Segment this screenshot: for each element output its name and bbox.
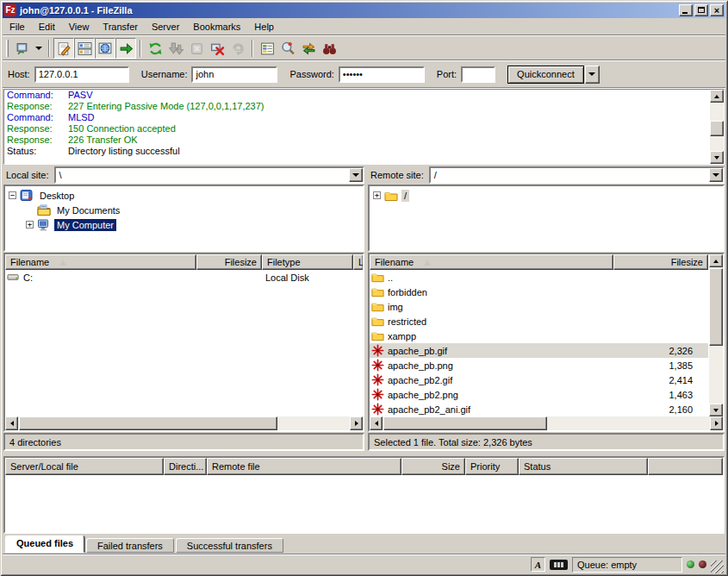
site-manager-button[interactable] [12,38,33,59]
scroll-left-button[interactable] [370,416,383,430]
password-input[interactable] [339,66,425,83]
column-header-remote-file[interactable]: Remote file [207,458,401,475]
refresh-icon [148,41,163,56]
transfer-type-indicator[interactable]: A [531,557,545,572]
column-header-filename[interactable]: Filename [5,254,196,270]
title-bar[interactable]: Fz john@127.0.0.1 - FileZilla × [3,3,725,18]
scrollbar-thumb[interactable] [710,121,724,136]
file-row[interactable]: .. [370,270,708,285]
tree-item[interactable]: − Desktop [5,188,363,203]
local-list-header: Filename Filesize Filetype L [5,254,363,270]
tree-item[interactable]: My Documents [5,203,363,217]
file-row[interactable]: xampp [370,329,708,343]
scrollbar-thumb[interactable] [19,416,277,430]
local-site-combobox[interactable]: \ [54,166,364,184]
resize-grip[interactable] [711,560,724,573]
column-header-filetype[interactable]: Filetype [262,254,353,270]
file-name: apache_pb.png [388,360,453,371]
scroll-up-button[interactable] [710,90,724,103]
find-files-button[interactable] [319,38,339,59]
scroll-down-button[interactable] [710,151,724,164]
file-row[interactable]: apache_pb2_ani.gif 2,160 [370,402,708,416]
file-row[interactable]: img [370,299,708,314]
column-header-status[interactable]: Status [519,458,648,475]
column-header-filename[interactable]: Filename [370,254,613,270]
scrollbar-thumb[interactable] [383,416,547,430]
toggle-message-log-button[interactable] [53,38,74,59]
scroll-right-button[interactable] [350,416,363,430]
queue-tab[interactable]: Queued files [5,535,84,553]
cancel-operation-button[interactable] [186,38,207,59]
file-row[interactable]: apache_pb2.gif 2,414 [370,373,708,387]
process-queue-button[interactable] [165,38,186,59]
remote-vertical-scrollbar[interactable] [709,254,723,416]
file-row[interactable]: apache_pb2.png 1,463 [370,387,708,402]
queue-tab[interactable]: Failed transfers [86,538,174,553]
scroll-down-button[interactable] [709,404,723,416]
toggle-local-tree-button[interactable] [74,38,95,59]
local-horizontal-scrollbar[interactable] [5,416,363,430]
close-button[interactable]: × [710,4,724,16]
directory-comparison-button[interactable] [277,38,298,59]
file-row[interactable]: restricted [370,314,708,329]
local-directory-tree: − Desktop My Documents [3,185,364,252]
arrow-down-icon [714,156,719,162]
synchronized-browsing-button[interactable] [298,38,319,59]
column-header-server-local-file[interactable]: Server/Local file [5,458,164,475]
menu-item[interactable]: Help [247,20,281,34]
folder-icon [384,189,398,203]
file-row[interactable]: C: Local Disk [5,270,363,285]
column-header-filesize[interactable]: Filesize [613,254,708,270]
local-site-dropdown-button[interactable] [349,168,363,182]
menu-item[interactable]: Server [145,20,186,34]
scrollbar-thumb[interactable] [709,268,723,346]
toolbar-grip[interactable] [6,40,9,57]
site-manager-icon [16,41,30,56]
remote-site-combobox[interactable]: / [429,166,725,184]
speed-limit-icon[interactable] [550,560,568,570]
tree-expander[interactable]: + [373,191,381,199]
host-input[interactable] [34,66,129,83]
file-row[interactable]: forbidden [370,285,708,299]
scroll-up-button[interactable] [709,254,723,267]
scroll-left-button[interactable] [5,416,18,430]
file-size: 1,385 [613,360,700,371]
menu-item[interactable]: Bookmarks [186,20,247,34]
reconnect-button[interactable] [227,38,248,59]
arrow-down-icon [713,409,719,415]
remote-site-dropdown-button[interactable] [709,168,723,182]
disconnect-button[interactable] [207,38,227,59]
log-line-type: Response: [4,101,68,112]
quickconnect-button[interactable]: Quickconnect [507,66,584,84]
menu-item[interactable]: File [3,20,32,34]
sort-ascending-icon [424,260,431,266]
file-row[interactable]: apache_pb.png 1,385 [370,358,708,373]
site-manager-dropdown-button[interactable] [33,38,45,59]
column-header-lastmodified[interactable]: L [353,254,364,270]
tree-expander[interactable]: + [26,221,34,229]
username-input[interactable] [191,66,277,83]
directory-filter-button[interactable] [257,38,277,59]
tree-expander[interactable]: − [9,191,16,199]
refresh-button[interactable] [145,38,165,59]
port-input[interactable] [461,66,495,83]
quickconnect-dropdown-button[interactable] [585,66,600,84]
menu-item[interactable]: Edit [32,20,62,34]
menu-item[interactable]: View [62,20,96,34]
toggle-transfer-queue-button[interactable] [115,38,136,59]
column-header-priority[interactable]: Priority [465,458,519,475]
queue-tab[interactable]: Successful transfers [176,538,283,553]
tree-item[interactable]: + My Computer [5,217,363,232]
menu-item[interactable]: Transfer [96,20,145,34]
scroll-right-button[interactable] [710,416,723,430]
column-header-direction[interactable]: Directi... [164,458,207,475]
file-row[interactable]: apache_pb.gif 2,326 [370,343,708,358]
tree-item[interactable]: + / [370,188,723,203]
minimize-button[interactable] [679,4,693,16]
column-header-size[interactable]: Size [401,458,465,475]
toggle-remote-tree-button[interactable] [95,38,115,59]
maximize-button[interactable] [694,4,708,16]
column-header-filesize[interactable]: Filesize [196,254,262,270]
log-scrollbar[interactable] [710,90,724,164]
remote-horizontal-scrollbar[interactable] [370,416,723,430]
